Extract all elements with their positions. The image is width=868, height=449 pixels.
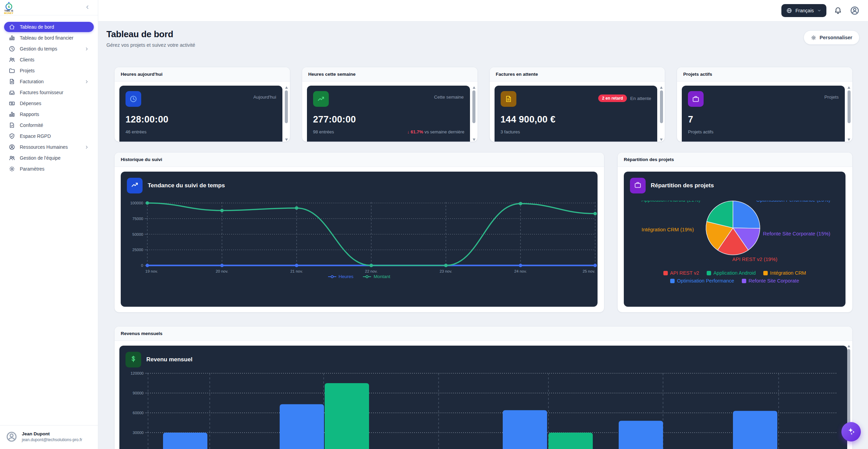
scroll-up-button[interactable] <box>660 86 663 89</box>
briefcase-icon <box>688 91 704 107</box>
scroll-up-button[interactable] <box>848 86 850 89</box>
bar-4 <box>548 433 593 449</box>
monthly-revenue-chart: 300006000090000120000 <box>119 346 847 449</box>
scrollbar-thumb[interactable] <box>285 90 288 123</box>
sidebar-item-facturation[interactable]: Facturation <box>4 76 94 87</box>
stat-subtext: 98 entrées <box>313 129 334 134</box>
svg-text:0: 0 <box>141 263 143 267</box>
sidebar-item-parametres[interactable]: Paramètres <box>4 164 94 174</box>
line-chart-legend: HeuresMontant <box>121 274 598 279</box>
sidebar-item-clients[interactable]: Clients <box>4 55 94 65</box>
sidebar-item-label: Espace RGPD <box>20 133 51 139</box>
sidebar-item-label: Gestion de l'équipe <box>20 155 60 161</box>
home-icon <box>9 24 15 30</box>
user-avatar-icon <box>5 431 18 443</box>
sidebar-item-conformite[interactable]: Conformité <box>4 120 94 130</box>
globe-icon <box>786 8 792 14</box>
sidebar-item-tableau-de-bord[interactable]: Tableau de bord <box>4 22 94 32</box>
svg-text:60000: 60000 <box>133 411 144 415</box>
trending-up-icon <box>127 178 143 193</box>
svg-text:120000: 120000 <box>131 371 144 375</box>
monthly-revenue-panel: Revenu mensuel 300006000090000120000 <box>119 346 847 449</box>
sidebar-header: $ TIME IS MONEY <box>0 0 98 15</box>
chevron-right-icon <box>84 79 89 84</box>
user-profile[interactable]: Jean Dupont jean.dupont@techsolutions-pr… <box>0 425 98 449</box>
pie-slice-label-api-rest-v2: API REST v2 (19%) <box>732 256 777 262</box>
scrollbar-thumb[interactable] <box>472 90 475 123</box>
scroll-down-button[interactable] <box>848 139 850 141</box>
app-root: $ TIME IS MONEY Tableau de bordTableau d… <box>0 0 868 449</box>
pie-slice-label-refonte-site-corporate: Refonte Site Corporate (15%) <box>763 231 830 236</box>
scroll-up-button[interactable] <box>285 86 288 89</box>
sidebar-item-factures-fournisseur[interactable]: Factures fournisseur <box>4 87 94 98</box>
chart-icon <box>9 34 15 41</box>
legend-swatch <box>763 271 768 275</box>
stat-card-header: Heures aujourd'hui <box>115 67 290 82</box>
users-icon <box>9 155 15 161</box>
stat-card-heures-cette-semaine: Heures cette semaineCette semaine277:00:… <box>302 67 478 142</box>
scrollbar-thumb[interactable] <box>848 90 851 123</box>
scroll-down-button[interactable] <box>473 139 475 141</box>
scroll-up-button[interactable] <box>848 345 850 347</box>
stat-context-label: En attente <box>630 96 651 101</box>
svg-text:24 nov.: 24 nov. <box>514 269 527 273</box>
legend-item-refonte-site-corporate[interactable]: Refonte Site Corporate <box>742 278 799 284</box>
svg-text:21 nov.: 21 nov. <box>290 269 303 273</box>
chevron-right-icon <box>84 145 89 150</box>
sidebar-item-espace-rgpd[interactable]: Espace RGPD <box>4 131 94 141</box>
page-title: Tableau de bord <box>106 29 195 40</box>
app-logo[interactable]: $ TIME IS MONEY <box>4 1 14 15</box>
scroll-down-button[interactable] <box>660 139 663 141</box>
sidebar-item-ressources-humaines[interactable]: Ressources Humaines <box>4 142 94 152</box>
legend-item-montant[interactable]: Montant <box>363 274 390 279</box>
sidebar-item-rapports[interactable]: Rapports <box>4 109 94 119</box>
legend-item-heures[interactable]: Heures <box>328 274 354 279</box>
stat-card-heures-aujourd-hui: Heures aujourd'huiAujourd'hui128:00:0046… <box>114 67 290 142</box>
notifications-button[interactable] <box>834 6 842 15</box>
svg-text:23 nov.: 23 nov. <box>440 269 452 273</box>
stat-value: 277:00:00 <box>313 114 356 125</box>
sidebar-item-label: Conformité <box>20 122 43 128</box>
time-history-card: Historique du suivi Tendance du suivi de… <box>114 152 604 313</box>
stat-card-scrollbar <box>847 86 851 142</box>
sidebar-item-projets[interactable]: Projets <box>4 66 94 76</box>
pie-chart-area: API REST v2Application AndroidIntégratio… <box>624 201 845 307</box>
svg-text:$: $ <box>8 5 10 9</box>
stat-subtext: 46 entrées <box>126 129 146 134</box>
page-header: Tableau de bord Gérez vos projets et sui… <box>106 29 859 48</box>
stat-card-scrollbar <box>472 86 476 142</box>
scrollbar-thumb[interactable] <box>660 90 663 123</box>
project-distribution-card-header: Répartition des projets <box>618 153 852 167</box>
stat-context-label: Aujourd'hui <box>253 95 276 100</box>
sidebar-item-depenses[interactable]: Dépenses <box>4 98 94 108</box>
pie-slice-label-optimisation-performance: Optimisation Performance (25%) <box>756 201 830 203</box>
ai-assistant-fab[interactable] <box>841 422 861 441</box>
legend-item-optimisation-performance[interactable]: Optimisation Performance <box>670 278 734 284</box>
scroll-up-button[interactable] <box>473 86 475 89</box>
bar-3 <box>503 410 547 449</box>
stat-card-header: Factures en attente <box>490 67 665 82</box>
user-menu-button[interactable] <box>850 5 860 16</box>
svg-text:100000: 100000 <box>130 201 143 205</box>
sidebar-nav: Tableau de bordTableau de bord financier… <box>0 15 98 181</box>
sidebar-item-gestion-de-l-equipe[interactable]: Gestion de l'équipe <box>4 153 94 163</box>
sidebar-item-gestion-du-temps[interactable]: Gestion du temps <box>4 44 94 54</box>
stat-card-scrollbar <box>284 86 289 142</box>
overdue-badge: 2 en retard <box>598 95 627 102</box>
legend-item-api-rest-v2[interactable]: API REST v2 <box>663 270 699 276</box>
chart-icon <box>9 111 15 118</box>
language-select[interactable]: Français <box>781 4 826 17</box>
stat-subtext: Projets actifs <box>688 129 713 134</box>
sidebar-item-tableau-de-bord-financier[interactable]: Tableau de bord financier <box>4 33 94 43</box>
customize-button[interactable]: Personnaliser <box>804 30 859 45</box>
main-content: Tableau de bord Gérez vos projets et sui… <box>98 21 868 449</box>
svg-text:20 nov.: 20 nov. <box>216 269 228 273</box>
legend-item-integration-crm[interactable]: Intégration CRM <box>763 270 806 276</box>
project-distribution-panel: Répartition des projets API REST v2Appli… <box>624 172 845 307</box>
legend-item-application-android[interactable]: Application Android <box>707 270 756 276</box>
scroll-down-button[interactable] <box>285 139 288 141</box>
page-subtitle: Gérez vos projets et suivez votre activi… <box>106 42 195 48</box>
time-trend-panel: Tendance du suivi de temps 19 nov.20 nov… <box>121 172 598 307</box>
sidebar-collapse-button[interactable] <box>84 4 90 11</box>
stat-card-header: Heures cette semaine <box>302 67 477 82</box>
